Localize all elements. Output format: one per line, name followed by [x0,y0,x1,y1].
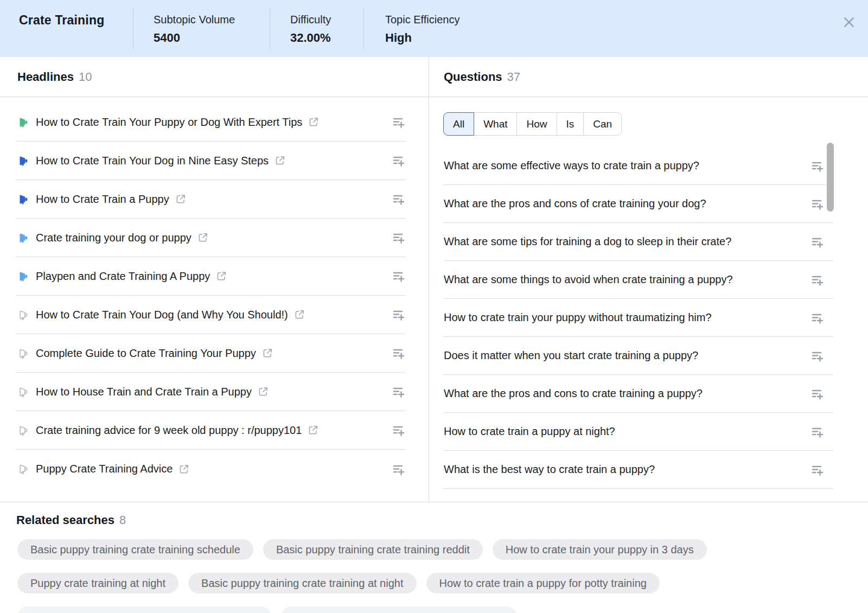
add-to-list-button[interactable] [810,235,825,249]
add-to-list-button[interactable] [392,385,406,399]
megaphone-icon [18,117,29,128]
headline-row: How to Crate Train Your Dog in Nine Easy… [16,142,406,180]
questions-scrollbar-thumb[interactable] [827,143,834,212]
add-to-list-button[interactable] [810,349,825,363]
add-to-list-button[interactable] [810,197,825,211]
megaphone-icon [18,155,29,167]
megaphone-icon [18,425,29,436]
question-filter-tab[interactable]: What [474,112,517,136]
add-to-list-button[interactable] [392,231,406,245]
add-to-list-icon [810,463,825,477]
stat-label: Subtopic Volume [154,14,235,26]
add-to-list-button[interactable] [392,462,406,476]
add-to-list-button[interactable] [810,463,825,477]
add-to-list-icon [810,425,825,439]
question-row: What are the pros and cons of crate trai… [444,185,833,223]
megaphone-icon [18,463,29,475]
add-to-list-icon [392,115,406,129]
close-button[interactable] [842,15,856,29]
add-to-list-icon [810,235,825,249]
question-row: Does it matter when you start crate trai… [444,337,833,375]
header-divider [363,8,364,49]
external-link-icon[interactable] [215,270,227,282]
topic-header: Crate Training Subtopic Volume 5400 Diff… [0,0,868,57]
headline-text: How to Crate Train Your Dog (and Why You… [36,309,288,321]
headline-row: Complete Guide to Crate Training Your Pu… [16,334,406,373]
add-to-list-button[interactable] [392,423,406,437]
add-to-list-button[interactable] [392,269,406,283]
question-filter-tab[interactable]: Can [583,112,622,136]
question-row: What are some tips for training a dog to… [444,223,833,261]
add-to-list-icon [810,387,825,401]
add-to-list-icon [810,349,825,363]
question-text: Does it matter when you start crate trai… [444,349,698,362]
add-to-list-button[interactable] [392,154,406,168]
headline-row: How to Crate Train Your Dog (and Why You… [16,296,406,334]
add-to-list-button[interactable] [810,159,825,173]
related-search-tag-partial[interactable] [17,606,271,613]
add-to-list-button[interactable] [392,192,406,206]
stat-value: 32.00% [290,31,331,45]
add-to-list-button[interactable] [392,115,406,129]
megaphone-icon [18,348,29,359]
external-link-icon[interactable] [308,116,320,128]
question-text: What are the pros and cons to crate trai… [444,387,703,400]
stat-value: High [385,31,412,45]
question-row: What are some things to avoid when crate… [444,261,833,299]
related-search-tag[interactable]: Basic puppy training crate training sche… [17,539,253,560]
add-to-list-button[interactable] [392,308,406,322]
headline-text: Crate training advice for 9 week old pup… [36,424,302,437]
add-to-list-icon [392,154,406,168]
external-link-icon[interactable] [307,424,319,436]
close-icon [842,15,856,29]
related-searches-count: 8 [119,513,126,527]
question-row: What is the best way to crate train a pu… [444,451,833,489]
add-to-list-icon [810,197,825,211]
external-link-icon[interactable] [178,463,190,475]
add-to-list-button[interactable] [392,346,406,360]
add-to-list-icon [392,192,406,206]
add-to-list-button[interactable] [810,311,825,325]
add-to-list-button[interactable] [810,425,825,439]
megaphone-icon [18,271,29,282]
headlines-title-text: Headlines [17,70,74,84]
related-search-tag[interactable]: How to crate train a puppy for potty tra… [426,573,660,593]
question-filter-tab[interactable]: Is [557,112,584,136]
external-link-icon[interactable] [175,193,187,205]
related-search-tag[interactable]: Basic puppy training crate training at n… [188,573,416,593]
questions-list: What are some effective ways to crate tr… [444,147,833,489]
section-rule [0,502,868,502]
questions-title-text: Questions [444,70,502,84]
panel-divider [429,57,429,502]
add-to-list-button[interactable] [810,387,825,401]
headline-text: Puppy Crate Training Advice [36,463,173,475]
related-search-tag-partial[interactable] [281,606,517,613]
question-text: What are some effective ways to crate tr… [444,159,699,172]
external-link-icon[interactable] [274,155,286,167]
question-row: How to crate train a puppy at night? [444,413,833,451]
add-to-list-button[interactable] [810,273,825,287]
related-search-tag[interactable]: Puppy crate training at night [17,573,178,593]
question-row: What are the pros and cons to crate trai… [444,375,833,413]
question-text: What are some things to avoid when crate… [444,273,733,286]
question-filter-tab[interactable]: How [516,112,557,136]
question-row: How to crate train your puppy without tr… [444,299,833,337]
question-text: What are the pros and cons of crate trai… [444,197,706,210]
external-link-icon[interactable] [261,347,273,359]
headlines-count: 10 [79,70,92,84]
external-link-icon[interactable] [257,386,269,398]
megaphone-icon [18,386,29,398]
add-to-list-icon [392,231,406,245]
external-link-icon[interactable] [197,232,209,244]
header-divider [270,8,270,49]
related-search-tag[interactable]: Basic puppy training crate training redd… [263,539,483,560]
add-to-list-icon [392,346,406,360]
external-link-icon[interactable] [293,309,305,321]
section-rule [0,97,868,97]
question-filter-tab[interactable]: All [443,112,474,136]
headline-row: How to Crate Train Your Puppy or Dog Wit… [16,103,406,142]
megaphone-icon [18,309,29,321]
question-text: How to crate train your puppy without tr… [444,311,712,324]
headline-row: How to Crate Train a Puppy [16,180,406,219]
related-search-tag[interactable]: How to crate train your puppy in 3 days [493,539,707,560]
